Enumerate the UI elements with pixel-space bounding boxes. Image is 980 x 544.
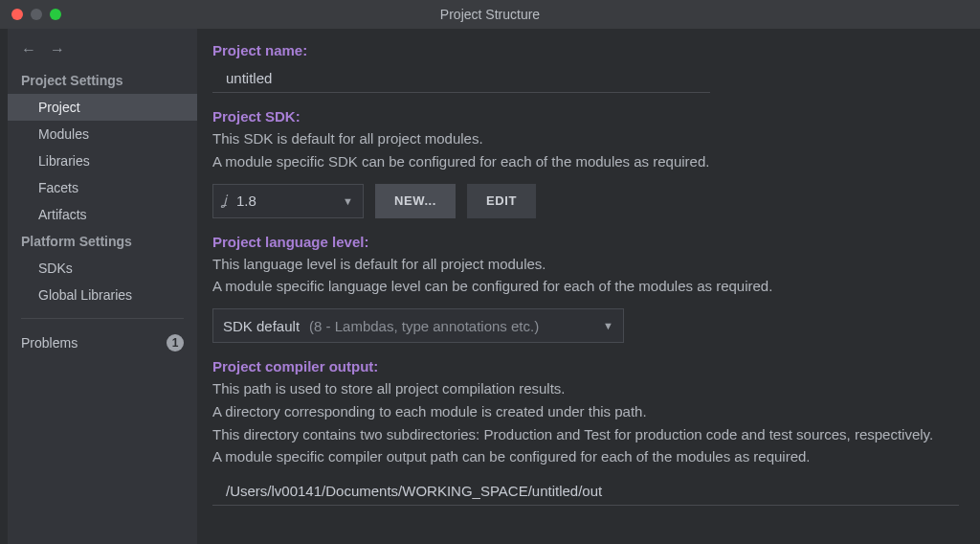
sidebar-separator (21, 318, 184, 319)
project-name-input[interactable] (212, 64, 710, 93)
sdk-selected-value: 1.8 (236, 193, 256, 209)
sidebar-item-libraries[interactable]: Libraries (8, 147, 197, 174)
chevron-down-icon: ▼ (603, 320, 613, 331)
compiler-output-label: Project compiler output: (212, 358, 980, 374)
back-icon[interactable]: ← (21, 42, 36, 57)
lang-level-selected-detail: (8 - Lambdas, type annotations etc.) (309, 318, 539, 334)
titlebar: Project Structure (0, 0, 980, 29)
sidebar-item-label: Facets (38, 180, 78, 195)
lang-desc-2: A module specific language level can be … (212, 276, 980, 297)
sidebar-item-label: SDKs (38, 261, 73, 276)
language-level-label: Project language level: (212, 234, 980, 250)
left-gutter (0, 29, 8, 544)
compiler-desc-4: A module specific compiler output path c… (212, 446, 980, 467)
sidebar-item-label: Global Libraries (38, 287, 132, 303)
sidebar-item-label: Libraries (38, 153, 90, 169)
sdk-desc-2: A module specific SDK can be configured … (212, 151, 980, 172)
compiler-desc-3: This directory contains two subdirectori… (212, 424, 980, 445)
lang-level-selected-prefix: SDK default (223, 318, 300, 334)
sidebar-item-modules[interactable]: Modules (8, 121, 197, 147)
section-header-platform-settings: Platform Settings (8, 228, 197, 255)
sidebar-item-facets[interactable]: Facets (8, 174, 197, 201)
sidebar-item-label: Artifacts (38, 207, 87, 222)
sidebar-item-artifacts[interactable]: Artifacts (8, 201, 197, 228)
sidebar-item-sdks[interactable]: SDKs (8, 255, 197, 282)
main-panel: Project name: Project SDK: This SDK is d… (197, 29, 980, 544)
chevron-down-icon: ▼ (343, 195, 353, 207)
maximize-window-icon[interactable] (50, 9, 61, 20)
project-sdk-label: Project SDK: (212, 108, 980, 125)
compiler-output-input[interactable] (212, 477, 959, 506)
sidebar-item-global-libraries[interactable]: Global Libraries (8, 282, 197, 308)
sdk-new-button[interactable]: NEW... (375, 184, 456, 218)
sidebar-item-label: Problems (21, 335, 78, 351)
window-controls (0, 9, 61, 20)
sidebar-item-label: Modules (38, 126, 89, 142)
project-name-label: Project name: (212, 42, 980, 58)
sdk-edit-button[interactable]: EDIT (467, 184, 536, 218)
sdk-desc-1: This SDK is default for all project modu… (212, 128, 980, 149)
sidebar: ← → Project Settings Project Modules Lib… (8, 29, 197, 544)
problems-count-badge: 1 (167, 334, 184, 351)
minimize-window-icon[interactable] (31, 9, 42, 20)
close-window-icon[interactable] (11, 9, 23, 20)
java-icon: ʝ (223, 193, 227, 209)
forward-icon[interactable]: → (50, 42, 65, 57)
language-level-dropdown[interactable]: SDK default (8 - Lambdas, type annotatio… (212, 308, 624, 343)
nav-arrows: ← → (8, 36, 197, 67)
sidebar-item-project[interactable]: Project (8, 94, 197, 121)
compiler-desc-1: This path is used to store all project c… (212, 378, 980, 399)
sdk-dropdown[interactable]: ʝ 1.8 ▼ (212, 184, 364, 218)
sidebar-item-label: Project (38, 100, 80, 115)
sidebar-item-problems[interactable]: Problems 1 (8, 329, 197, 357)
section-header-project-settings: Project Settings (8, 67, 197, 94)
lang-desc-1: This language level is default for all p… (212, 254, 980, 275)
window-title: Project Structure (440, 7, 540, 22)
compiler-desc-2: A directory corresponding to each module… (212, 401, 980, 422)
